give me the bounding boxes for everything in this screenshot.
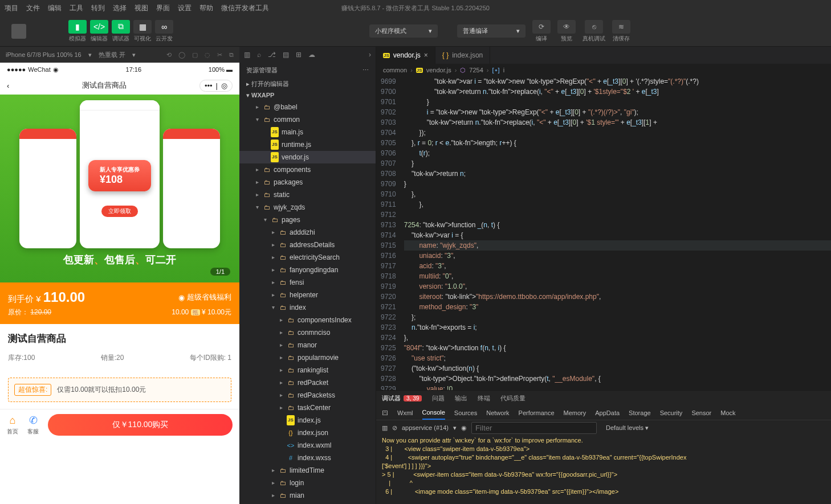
debugger-button[interactable]: ⧉ <box>112 20 130 34</box>
eye-icon[interactable]: ◉ <box>461 424 467 432</box>
menu-wechat[interactable]: 微信开发者工具 <box>221 3 269 13</box>
devtab-appdata[interactable]: AppData <box>595 409 620 416</box>
filter-input[interactable] <box>471 422 597 434</box>
project-avatar[interactable] <box>11 24 26 39</box>
home-tab[interactable]: ⌂ 首页 <box>7 415 18 436</box>
menu-project[interactable]: 项目 <box>5 3 18 13</box>
tree-item-redPacketss[interactable]: ▸🗀redPacketss <box>239 389 376 401</box>
mute-icon[interactable]: ◌ <box>205 51 210 59</box>
layout-icon[interactable]: ▤ <box>283 51 289 59</box>
tree-item-index.wxml[interactable]: <>index.wxml <box>239 439 376 452</box>
tree-item-index[interactable]: ▾🗀index <box>239 301 376 314</box>
menu-settings[interactable]: 设置 <box>178 3 192 13</box>
tree-item-login[interactable]: ▸🗀login <box>239 477 376 489</box>
tree-item-index.wxss[interactable]: #index.wxss <box>239 452 376 464</box>
devtab-storage[interactable]: Storage <box>629 409 651 416</box>
preview-button[interactable]: 👁 <box>557 20 576 34</box>
devtab-performance[interactable]: Performance <box>519 409 555 416</box>
tree-item-redPacket[interactable]: ▸🗀redPacket <box>239 376 376 389</box>
tree-item-popularmovie[interactable]: ▸🗀popularmovie <box>239 351 376 364</box>
cloud-icon[interactable]: ☁ <box>308 51 315 59</box>
tree-item-manor[interactable]: ▸🗀manor <box>239 339 376 351</box>
more-actions-icon[interactable]: ⋯ <box>362 67 369 74</box>
menu-file[interactable]: 文件 <box>26 3 40 13</box>
compile-button[interactable]: ⟳ <box>532 20 551 34</box>
tree-item-limitedTime[interactable]: ▸🗀limitedTime <box>239 464 376 477</box>
rotate-icon[interactable]: ⟲ <box>166 51 172 59</box>
device-selector[interactable]: iPhone 6/7/8 Plus 100% 16 <box>6 51 82 58</box>
compile-dropdown[interactable]: 普通编译 ▾ <box>457 24 526 38</box>
tree-item-vendor.js[interactable]: JSvendor.js <box>239 151 376 163</box>
dt-tab-problems[interactable]: 问题 <box>432 394 445 403</box>
clearcache-button[interactable]: ≋ <box>612 20 630 34</box>
capsule-menu[interactable]: ••• | ◎ <box>199 80 233 92</box>
hotreload-toggle[interactable]: 热重载 开 <box>99 51 125 59</box>
devtab-mock[interactable]: Mock <box>720 409 735 416</box>
product-banner[interactable]: 新人专享优惠券 ¥108 立即领取 包更新、包售后、可二开 1/1 <box>0 95 239 282</box>
coupon-button[interactable]: 立即领取 <box>101 206 138 217</box>
bc-item[interactable]: i <box>503 67 504 73</box>
devtab-network[interactable]: Network <box>486 409 509 416</box>
devtab-security[interactable]: Security <box>660 409 683 416</box>
simulator-button[interactable]: ▮ <box>68 20 87 34</box>
tree-item-componentsIndex[interactable]: ▸🗀componentsIndex <box>239 314 376 326</box>
git-icon[interactable]: ⎇ <box>268 51 276 59</box>
clear-icon[interactable]: ⊘ <box>392 424 397 432</box>
editor-button[interactable]: </> <box>90 20 108 34</box>
dt-tab-debugger[interactable]: 调试器 3, 39 <box>382 394 422 403</box>
bc-item[interactable]: vendor.js <box>426 67 451 73</box>
tree-item-fanyongdingdan[interactable]: ▸🗀fanyongdingdan <box>239 264 376 276</box>
tree-item-pages[interactable]: ▾🗀pages <box>239 214 376 226</box>
menu-help[interactable]: 帮助 <box>199 3 213 13</box>
tab-vendor-js[interactable]: JS vendor.js × <box>376 47 435 64</box>
dt-tab-output[interactable]: 输出 <box>455 394 467 403</box>
devtab-sensor[interactable]: Sensor <box>691 409 711 416</box>
menu-goto[interactable]: 转到 <box>91 3 105 13</box>
tree-item-@babel[interactable]: ▸🗀@babel <box>239 101 376 113</box>
tree-item-runtime.js[interactable]: JSruntime.js <box>239 138 376 151</box>
tree-item-index.json[interactable]: {}index.json <box>239 427 376 439</box>
menu-tools[interactable]: 工具 <box>70 3 83 13</box>
bc-item[interactable]: common <box>383 67 407 73</box>
tree-item-packages[interactable]: ▸🗀packages <box>239 176 376 189</box>
sidebar-toggle-icon[interactable]: ▥ <box>382 424 388 432</box>
menu-select[interactable]: 选择 <box>113 3 127 13</box>
cloud-button[interactable]: ∞ <box>155 20 173 34</box>
levels-dropdown[interactable]: Default levels ▾ <box>606 424 649 432</box>
devtab-sources[interactable]: Sources <box>454 409 477 416</box>
context-selector[interactable]: appservice (#14) <box>402 424 449 431</box>
tree-item-addressDetails[interactable]: ▸🗀addressDetails <box>239 239 376 251</box>
tree-item-helpenter[interactable]: ▸🗀helpenter <box>239 289 376 301</box>
ext-icon[interactable]: ⊞ <box>296 51 302 59</box>
menu-view[interactable]: 视图 <box>135 3 148 13</box>
tree-item-main.js[interactable]: JSmain.js <box>239 126 376 138</box>
devtab-wxml[interactable]: Wxml <box>397 409 413 416</box>
service-tab[interactable]: ✆ 客服 <box>27 414 39 436</box>
more-icon[interactable]: › <box>369 51 371 59</box>
search-icon[interactable]: ⌕ <box>257 51 261 59</box>
tree-item-components[interactable]: ▸🗀components <box>239 163 376 176</box>
dt-tab-terminal[interactable]: 终端 <box>478 394 490 403</box>
tab-index-json[interactable]: { } index.json <box>435 47 490 64</box>
tree-item-rankinglist[interactable]: ▸🗀rankinglist <box>239 364 376 376</box>
mode-dropdown[interactable]: 小程序模式 ▾ <box>369 24 438 38</box>
code-content[interactable]: "tok-kw">var i = "tok-kw">new "tok-type"… <box>404 76 831 390</box>
inspect-icon[interactable]: ⮹ <box>382 409 388 416</box>
fuli-link[interactable]: ◉ 超级省钱福利 <box>178 292 231 302</box>
menu-edit[interactable]: 编辑 <box>48 3 62 13</box>
open-editors-section[interactable]: ▸ 打开的编辑器 <box>239 78 376 90</box>
menu-ui[interactable]: 界面 <box>156 3 170 13</box>
code-area[interactable]: 9699970097019702970397049705970697079708… <box>376 76 831 390</box>
console-output[interactable]: Now you can provide attr `wx:key` for a … <box>376 435 831 504</box>
tree-item-wjyk_zqds[interactable]: ▾🗀wjyk_zqds <box>239 201 376 214</box>
tree-item-index.js[interactable]: JSindex.js <box>239 414 376 427</box>
devtab-memory[interactable]: Memory <box>564 409 586 416</box>
tree-item-fensi[interactable]: ▸🗀fensi <box>239 276 376 289</box>
tree-item-mian[interactable]: ▸🗀mian <box>239 489 376 502</box>
tree-item-taskCenter[interactable]: ▸🗀taskCenter <box>239 401 376 414</box>
visual-button[interactable]: ▦ <box>133 20 152 34</box>
tree-item-static[interactable]: ▸🗀static <box>239 189 376 201</box>
tree-item-common[interactable]: ▾🗀common <box>239 113 376 126</box>
dt-tab-quality[interactable]: 代码质量 <box>500 394 526 403</box>
realdevice-button[interactable]: ⎋ <box>585 20 603 34</box>
